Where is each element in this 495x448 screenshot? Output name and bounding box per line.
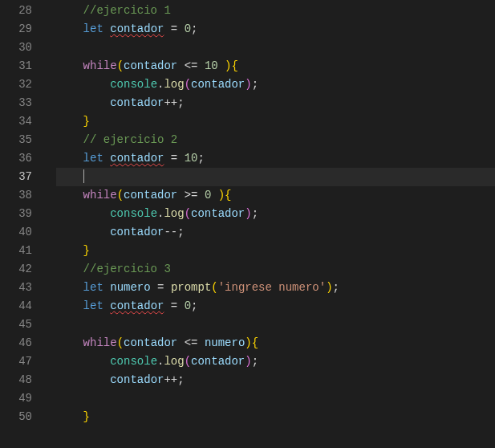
text-cursor: [83, 169, 85, 183]
line-number: 40: [0, 223, 47, 242]
code-line[interactable]: //ejercicio 3: [56, 260, 495, 279]
token-punc: [56, 133, 83, 146]
token-punc: ;: [177, 96, 184, 109]
token-punc: [164, 152, 170, 165]
token-punc: [177, 22, 184, 35]
code-line[interactable]: while(contador <= numero){: [56, 334, 495, 352]
token-punc: >=: [185, 189, 198, 202]
code-line[interactable]: let contador = 0;: [56, 20, 495, 39]
token-brace0: (: [117, 59, 124, 72]
token-control: while: [83, 189, 117, 202]
token-func: log: [164, 207, 184, 220]
token-brace0: ): [218, 189, 225, 202]
code-line[interactable]: let contador = 10;: [56, 149, 495, 168]
token-brace0: ): [326, 281, 332, 294]
token-punc: [177, 152, 184, 165]
line-number: 34: [0, 112, 47, 131]
token-punc: ;: [191, 299, 197, 312]
token-punc: [56, 263, 83, 275]
token-punc: [103, 299, 110, 312]
token-punc: [197, 336, 204, 349]
code-editor[interactable]: 2829303132333435363738394041424344454647…: [0, 0, 495, 448]
line-number: 50: [0, 408, 47, 426]
line-number: 43: [0, 279, 47, 297]
token-ident: contador: [124, 336, 177, 349]
token-punc: [197, 189, 204, 202]
token-punc: [56, 78, 110, 91]
token-brace0: (: [117, 189, 124, 202]
token-brace1: (: [185, 355, 191, 368]
token-control: while: [83, 59, 117, 72]
token-str: 'ingrese numero': [218, 281, 326, 294]
token-punc: ++: [164, 373, 177, 386]
line-number-gutter: 2829303132333435363738394041424344454647…: [0, 0, 47, 448]
token-punc: ;: [252, 78, 258, 91]
token-punc: ;: [252, 207, 258, 220]
token-punc: [56, 244, 83, 257]
token-punc: [56, 281, 83, 294]
token-keyword: let: [83, 299, 103, 312]
code-line[interactable]: contador++;: [56, 94, 495, 112]
token-brace1: (: [185, 207, 191, 220]
token-ident: contador: [191, 207, 245, 220]
token-num: 0: [185, 299, 191, 312]
token-punc: ;: [177, 226, 184, 238]
code-line[interactable]: [56, 316, 495, 334]
token-brace1: ): [245, 207, 251, 220]
token-comment: // ejercicio 2: [83, 133, 178, 146]
code-line[interactable]: [56, 39, 495, 57]
token-control: while: [83, 336, 117, 349]
code-line[interactable]: while(contador <= 10 ){: [56, 57, 495, 75]
token-punc: --: [164, 226, 177, 238]
token-ident: contador: [124, 189, 177, 202]
line-number: 32: [0, 75, 47, 94]
code-area[interactable]: //ejercicio 1 let contador = 0; while(co…: [47, 0, 495, 448]
line-number: 39: [0, 205, 47, 223]
code-line[interactable]: while(contador >= 0 ){: [56, 186, 495, 205]
token-ident: numero: [110, 281, 150, 294]
code-line[interactable]: [56, 389, 495, 408]
code-line[interactable]: [56, 168, 495, 186]
token-punc: ;: [191, 22, 197, 35]
token-punc: =: [171, 152, 177, 165]
token-brace1: ): [245, 78, 251, 91]
line-number: 41: [0, 242, 47, 260]
line-number: 44: [0, 297, 47, 316]
token-punc: ;: [197, 152, 204, 165]
line-number: 33: [0, 94, 47, 112]
token-func: prompt: [171, 281, 211, 294]
code-line[interactable]: //ejercicio 1: [56, 2, 495, 20]
token-punc: [164, 22, 170, 35]
token-punc: [56, 189, 83, 202]
code-line[interactable]: console.log(contador);: [56, 352, 495, 371]
code-line[interactable]: let contador = 0;: [56, 297, 495, 316]
code-line[interactable]: }: [56, 408, 495, 426]
line-number: 42: [0, 260, 47, 279]
token-ident: contador: [110, 373, 164, 386]
code-line[interactable]: console.log(contador);: [56, 205, 495, 223]
token-keyword: let: [83, 281, 103, 294]
token-punc: [197, 59, 204, 72]
code-line[interactable]: }: [56, 242, 495, 260]
token-brace0: ): [245, 336, 251, 349]
token-punc: <=: [185, 336, 198, 349]
token-brace0: {: [225, 189, 231, 202]
token-ident: contador: [191, 78, 245, 91]
token-punc: [56, 226, 110, 238]
token-keyword: let: [83, 22, 103, 35]
token-punc: ;: [177, 373, 184, 386]
token-punc: [56, 336, 83, 349]
token-punc: [56, 207, 110, 220]
token-ident: contador: [110, 96, 164, 109]
code-line[interactable]: console.log(contador);: [56, 75, 495, 94]
token-keyword: let: [83, 152, 103, 165]
token-ident: contador: [124, 59, 177, 72]
code-line[interactable]: let numero = prompt('ingrese numero');: [56, 279, 495, 297]
token-ident: contador: [110, 22, 164, 35]
code-line[interactable]: // ejercicio 2: [56, 131, 495, 149]
token-punc: [56, 355, 110, 368]
code-line[interactable]: }: [56, 112, 495, 131]
code-line[interactable]: contador++;: [56, 371, 495, 389]
line-number: 36: [0, 149, 47, 168]
code-line[interactable]: contador--;: [56, 223, 495, 242]
